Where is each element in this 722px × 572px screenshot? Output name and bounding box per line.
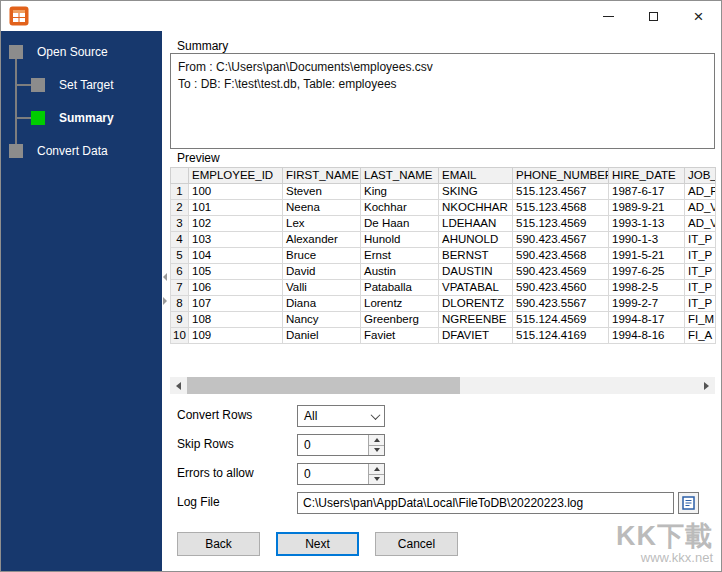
table-row[interactable]: 6105DavidAustinDAUSTIN590.423.45691997-6… [171,264,716,280]
table-cell: 106 [189,280,283,296]
sidebar-item-convert-data[interactable]: Convert Data [9,144,108,158]
table-row[interactable]: 9108NancyGreenbergNGREENBE515.124.456919… [171,312,716,328]
table-cell: FI_M [685,312,716,328]
column-header[interactable]: EMPLOYEE_ID [189,168,283,184]
column-header[interactable]: HIRE_DATE [609,168,685,184]
column-header[interactable]: FIRST_NAME [283,168,361,184]
table-cell: DFAVIET [439,328,513,344]
row-number: 9 [171,312,189,328]
spin-down-button[interactable] [369,475,384,485]
column-header[interactable]: PHONE_NUMBER [513,168,609,184]
spin-up-icon [374,467,380,471]
summary-to-line: To : DB: F:\test\test.db, Table: employe… [178,76,707,93]
wizard-sidebar: Open Source Set Target Summary Convert D… [1,31,162,571]
table-cell: AD_V [685,216,716,232]
row-number: 6 [171,264,189,280]
table-row[interactable]: 8107DianaLorentzDLORENTZ590.423.55671999… [171,296,716,312]
view-log-button[interactable] [678,492,699,514]
sidebar-item-summary[interactable]: Summary [31,111,114,125]
table-row[interactable]: 2101NeenaKochharNKOCHHAR515.123.45681989… [171,200,716,216]
table-cell: Bruce [283,248,361,264]
column-header[interactable]: LAST_NAME [361,168,439,184]
table-cell: SKING [439,184,513,200]
watermark: KK下載 www.kkx.net [616,522,713,565]
table-cell: 515.123.4567 [513,184,609,200]
table-cell: AD_P [685,184,716,200]
skip-rows-value: 0 [298,435,368,455]
step-square-icon [31,78,45,92]
table-cell: 102 [189,216,283,232]
cancel-button[interactable]: Cancel [375,532,458,556]
table-cell: 103 [189,232,283,248]
table-cell: Lorentz [361,296,439,312]
table-cell: 108 [189,312,283,328]
table-cell: Daniel [283,328,361,344]
table-cell: David [283,264,361,280]
close-button[interactable]: × [676,1,721,31]
table-cell: VPATABAL [439,280,513,296]
table-cell: 109 [189,328,283,344]
next-button[interactable]: Next [276,532,359,556]
table-cell: Ernst [361,248,439,264]
table-cell: 515.123.4569 [513,216,609,232]
row-number: 2 [171,200,189,216]
table-cell: 1994-8-17 [609,312,685,328]
spin-up-button[interactable] [369,435,384,446]
convert-rows-select[interactable]: All [297,405,385,427]
step-square-icon [9,144,23,158]
app-window: × Open Source Set Target Summary Convert… [0,0,722,572]
window-controls: × [586,1,721,31]
table-row[interactable]: 1100StevenKingSKING515.123.45671987-6-17… [171,184,716,200]
table-cell: Steven [283,184,361,200]
skip-rows-stepper[interactable]: 0 [297,434,385,456]
column-header[interactable]: JOB_ID [685,168,716,184]
errors-to-allow-stepper[interactable]: 0 [297,463,385,485]
table-row[interactable]: 5104BruceErnstBERNST590.423.45681991-5-2… [171,248,716,264]
maximize-icon [649,12,658,21]
scroll-left-button[interactable] [170,377,187,394]
row-number: 8 [171,296,189,312]
step-connector-line [15,59,17,151]
table-cell: NGREENBE [439,312,513,328]
expand-right-icon [163,297,167,305]
spin-up-button[interactable] [369,464,384,475]
step-connector-branch [15,84,32,86]
preview-grid: EMPLOYEE_IDFIRST_NAMELAST_NAMEEMAILPHONE… [170,167,716,344]
preview-grid-body: 1100StevenKingSKING515.123.45671987-6-17… [171,184,716,344]
table-cell: 1993-1-13 [609,216,685,232]
scroll-right-button[interactable] [698,377,715,394]
minimize-button[interactable] [586,1,631,31]
spin-down-button[interactable] [369,446,384,456]
log-file-input[interactable] [297,492,674,514]
sidebar-item-set-target[interactable]: Set Target [31,78,113,92]
table-cell: 100 [189,184,283,200]
row-number: 4 [171,232,189,248]
table-cell: AD_V [685,200,716,216]
table-row[interactable]: 3102LexDe HaanLDEHAAN515.123.45691993-1-… [171,216,716,232]
maximize-button[interactable] [631,1,676,31]
table-cell: Pataballa [361,280,439,296]
step-square-icon [9,45,23,59]
close-icon: × [694,8,704,25]
watermark-title: KK下載 [616,522,713,550]
title-bar[interactable]: × [1,1,721,31]
column-header[interactable]: EMAIL [439,168,513,184]
table-row[interactable]: 7106ValliPataballaVPATABAL590.423.456019… [171,280,716,296]
back-button[interactable]: Back [177,532,260,556]
sidebar-item-open-source[interactable]: Open Source [9,45,108,59]
table-cell: NKOCHHAR [439,200,513,216]
table-cell: IT_P [685,232,716,248]
step-square-icon-active [31,111,45,125]
horizontal-scrollbar[interactable] [170,377,715,394]
table-row[interactable]: 4103AlexanderHunoldAHUNOLD590.423.456719… [171,232,716,248]
stepper-buttons [368,435,384,455]
table-cell: Alexander [283,232,361,248]
table-cell: Lex [283,216,361,232]
scroll-right-icon [704,382,709,390]
pane-splitter[interactable] [162,31,170,571]
table-row[interactable]: 10109DanielFavietDFAVIET515.124.41691994… [171,328,716,344]
table-cell: 104 [189,248,283,264]
table-cell: IT_P [685,264,716,280]
scrollbar-thumb[interactable] [187,377,460,394]
table-cell: Greenberg [361,312,439,328]
